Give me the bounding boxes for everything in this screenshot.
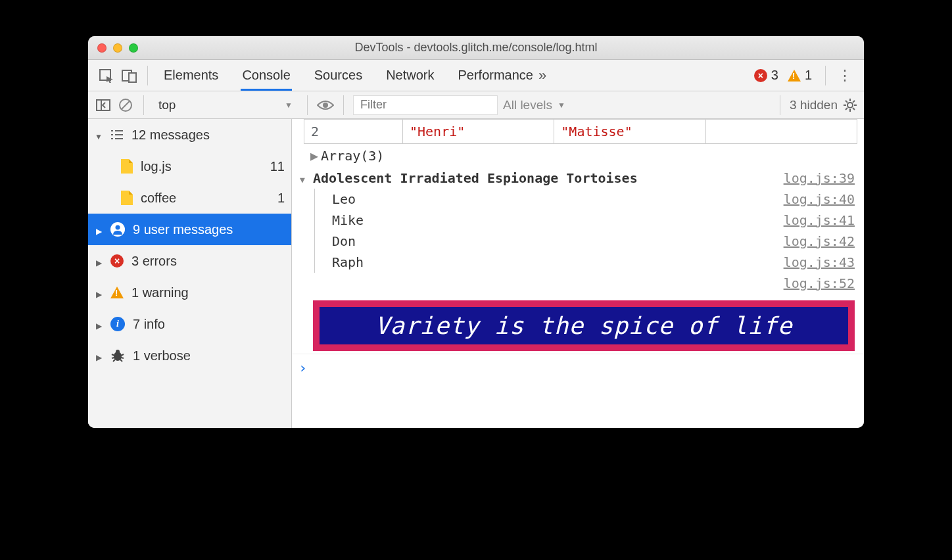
svg-line-29 bbox=[121, 354, 124, 356]
chevron-down-icon bbox=[292, 170, 313, 186]
devtools-window: DevTools - devtools.glitch.me/console/lo… bbox=[88, 36, 864, 428]
main-tab-bar: Elements Console Sources Network Perform… bbox=[88, 60, 864, 91]
console-log-row[interactable]: Mike log.js:41 bbox=[315, 210, 864, 231]
warning-count[interactable]: 1 bbox=[788, 68, 812, 83]
svg-line-14 bbox=[853, 108, 855, 110]
svg-line-28 bbox=[113, 360, 115, 362]
error-icon: × bbox=[754, 69, 767, 82]
table-row[interactable]: 2 "Henri" "Matisse" bbox=[304, 120, 857, 144]
log-text: Leo bbox=[332, 191, 784, 207]
sidebar-item-user-messages[interactable]: 9 user messages bbox=[88, 214, 291, 245]
sidebar-item-file[interactable]: log.js 11 bbox=[88, 151, 291, 182]
clear-console-icon[interactable] bbox=[117, 97, 134, 114]
inspect-element-icon[interactable] bbox=[96, 66, 116, 85]
svg-line-6 bbox=[122, 101, 130, 109]
console-log-row[interactable]: Raph log.js:43 bbox=[315, 252, 864, 273]
count-badge: 1 bbox=[277, 191, 285, 206]
group-title: Adolescent Irradiated Espionage Tortoise… bbox=[313, 170, 784, 186]
console-body: 12 messages log.js 11 coffee 1 9 user me… bbox=[88, 119, 864, 428]
sidebar-item-info[interactable]: i 7 info bbox=[88, 308, 291, 340]
svg-line-16 bbox=[853, 101, 855, 103]
window-title: DevTools - devtools.glitch.me/console/lo… bbox=[88, 41, 864, 55]
array-summary[interactable]: ▶ Array(3) bbox=[292, 144, 864, 168]
tab-console[interactable]: Console bbox=[241, 60, 291, 91]
console-log-row[interactable]: Don log.js:42 bbox=[315, 231, 864, 252]
hidden-messages[interactable]: 3 hidden bbox=[790, 98, 838, 112]
title-bar: DevTools - devtools.glitch.me/console/lo… bbox=[88, 36, 864, 60]
svg-point-23 bbox=[116, 225, 120, 230]
divider bbox=[780, 95, 780, 115]
source-link[interactable]: log.js:42 bbox=[784, 233, 855, 249]
console-log-row[interactable]: log.js:52 bbox=[292, 273, 864, 294]
svg-line-31 bbox=[120, 360, 122, 362]
context-label: top bbox=[158, 98, 176, 112]
info-icon: i bbox=[110, 317, 125, 331]
sidebar-item-label: 3 errors bbox=[131, 254, 177, 269]
toggle-sidebar-icon[interactable] bbox=[95, 97, 112, 114]
filter-input[interactable] bbox=[353, 95, 498, 115]
live-expression-icon[interactable] bbox=[317, 97, 334, 114]
error-icon: × bbox=[110, 254, 124, 268]
console-settings-icon[interactable] bbox=[843, 98, 857, 112]
sidebar-item-messages[interactable]: 12 messages bbox=[88, 119, 291, 151]
log-text: Mike bbox=[332, 212, 784, 228]
source-link[interactable]: log.js:43 bbox=[784, 254, 855, 270]
list-icon bbox=[110, 129, 124, 140]
settings-menu-icon[interactable]: ⋮ bbox=[834, 67, 856, 84]
console-prompt[interactable]: › bbox=[292, 354, 864, 381]
tab-elements[interactable]: Elements bbox=[162, 60, 220, 91]
panel-tabs: Elements Console Sources Network Perform… bbox=[162, 60, 535, 91]
sidebar-item-label: 7 info bbox=[133, 317, 165, 332]
sidebar-item-warnings[interactable]: 1 warning bbox=[88, 277, 291, 308]
user-icon bbox=[110, 222, 125, 237]
count-badge: 11 bbox=[270, 159, 285, 174]
minimize-window-button[interactable] bbox=[113, 43, 122, 53]
dropdown-icon: ▼ bbox=[285, 101, 293, 110]
source-link[interactable]: log.js:39 bbox=[784, 170, 855, 186]
warning-icon bbox=[110, 287, 124, 298]
warning-count-value: 1 bbox=[805, 68, 812, 83]
chevron-right-icon bbox=[95, 317, 103, 332]
svg-line-30 bbox=[121, 358, 124, 358]
dropdown-icon: ▼ bbox=[558, 101, 565, 110]
device-toolbar-icon[interactable] bbox=[120, 66, 139, 85]
svg-line-27 bbox=[112, 358, 114, 358]
tab-network[interactable]: Network bbox=[385, 60, 435, 91]
sidebar-item-label: coffee bbox=[141, 191, 176, 206]
chevron-right-icon bbox=[95, 348, 103, 363]
console-log-row[interactable]: Leo log.js:40 bbox=[315, 189, 864, 210]
close-window-button[interactable] bbox=[97, 43, 107, 53]
divider bbox=[143, 95, 144, 115]
sidebar-item-label: log.js bbox=[141, 159, 172, 174]
source-link[interactable]: log.js:52 bbox=[784, 275, 855, 291]
divider bbox=[147, 66, 148, 85]
log-text: Raph bbox=[332, 254, 784, 270]
sidebar-item-errors[interactable]: × 3 errors bbox=[88, 245, 291, 277]
console-toolbar: top ▼ All levels ▼ 3 hidden bbox=[88, 91, 864, 119]
cell-value: "Henri" bbox=[403, 120, 554, 144]
divider bbox=[307, 95, 308, 115]
error-count[interactable]: × 3 bbox=[754, 68, 778, 83]
overflow-tabs-icon[interactable]: » bbox=[538, 67, 546, 84]
svg-line-26 bbox=[112, 354, 114, 356]
sidebar-item-file[interactable]: coffee 1 bbox=[88, 182, 291, 214]
source-link[interactable]: log.js:40 bbox=[784, 191, 855, 207]
svg-point-25 bbox=[116, 350, 120, 354]
cell-empty bbox=[705, 120, 857, 144]
sidebar-item-verbose[interactable]: 1 verbose bbox=[88, 340, 291, 371]
divider bbox=[825, 66, 826, 85]
chevron-right-icon: ▶ bbox=[310, 148, 318, 164]
cell-value: "Matisse" bbox=[554, 120, 705, 144]
source-link[interactable]: log.js:41 bbox=[784, 212, 855, 228]
cell-index: 2 bbox=[304, 120, 403, 144]
chevron-right-icon bbox=[95, 285, 103, 300]
console-group-header[interactable]: Adolescent Irradiated Espionage Tortoise… bbox=[292, 168, 864, 189]
console-sidebar: 12 messages log.js 11 coffee 1 9 user me… bbox=[88, 119, 292, 428]
tab-sources[interactable]: Sources bbox=[313, 60, 364, 91]
context-selector[interactable]: top ▼ bbox=[153, 98, 298, 112]
log-levels-dropdown[interactable]: All levels ▼ bbox=[503, 98, 565, 112]
console-output: 2 "Henri" "Matisse" ▶ Array(3) Adolescen… bbox=[292, 119, 864, 428]
console-table: 2 "Henri" "Matisse" bbox=[304, 119, 857, 144]
tab-performance[interactable]: Performance bbox=[457, 60, 535, 91]
zoom-window-button[interactable] bbox=[129, 43, 138, 53]
